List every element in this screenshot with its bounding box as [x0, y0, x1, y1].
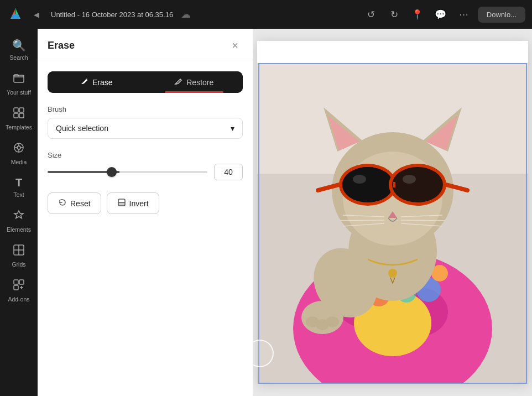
svg-rect-24 — [118, 202, 125, 206]
reset-button[interactable]: Reset — [48, 192, 101, 214]
elements-icon — [13, 209, 25, 224]
erase-panel: Erase × Erase — [38, 29, 253, 396]
erase-brush-icon — [80, 77, 89, 87]
svg-rect-20 — [14, 285, 18, 290]
icon-sidebar: 🔍 Search Your stuff — [0, 29, 38, 396]
sidebar-item-label: Your stuff — [7, 89, 31, 96]
sidebar-item-label: Text — [13, 191, 24, 198]
media-icon — [13, 142, 25, 157]
size-slider[interactable] — [48, 171, 207, 173]
main-area: 🔍 Search Your stuff — [0, 29, 532, 396]
svg-rect-4 — [14, 75, 24, 82]
app-logo — [7, 6, 24, 23]
sidebar-item-label: Media — [11, 159, 27, 165]
topbar-actions: ↺ ↻ 📍 💬 ⋯ Downlo... — [362, 5, 525, 24]
svg-rect-7 — [14, 113, 18, 118]
add-ons-icon — [13, 279, 25, 294]
sidebar-item-your-stuff[interactable]: Your stuff — [0, 66, 38, 101]
size-section: Size — [48, 151, 243, 180]
pin-button[interactable]: 📍 — [408, 5, 427, 24]
brush-section: Brush Quick selection ▾ — [48, 105, 243, 139]
svg-point-65 — [326, 316, 339, 327]
sidebar-item-label: Search — [9, 54, 28, 61]
invert-icon — [117, 198, 126, 209]
restore-label: Restore — [186, 78, 213, 87]
panel-title: Erase — [48, 40, 75, 51]
svg-line-56 — [340, 220, 384, 221]
topbar: ◀ Untitled - 16 October 2023 at 06.35.16… — [0, 0, 532, 29]
canvas-area[interactable] — [253, 29, 532, 396]
search-icon: 🔍 — [12, 39, 26, 52]
close-panel-button[interactable]: × — [227, 38, 243, 53]
text-icon: T — [15, 176, 22, 189]
svg-point-10 — [17, 146, 20, 149]
redo-button[interactable]: ↻ — [385, 5, 404, 24]
cloud-icon: ☁ — [181, 8, 191, 20]
canvas-image — [257, 63, 528, 384]
size-slider-wrap — [48, 166, 207, 178]
svg-rect-6 — [19, 108, 24, 112]
folder-icon — [13, 72, 25, 87]
action-row: Reset Invert — [48, 192, 243, 214]
undo-button[interactable]: ↺ — [362, 5, 380, 24]
svg-rect-19 — [19, 280, 24, 284]
svg-point-66 — [388, 269, 397, 278]
sidebar-item-text[interactable]: T Text — [0, 171, 38, 204]
erase-button[interactable]: Erase — [48, 71, 145, 93]
svg-point-48 — [392, 167, 443, 202]
svg-marker-3 — [11, 14, 20, 19]
sidebar-item-label: Add-ons — [8, 296, 29, 303]
invert-label: Invert — [129, 199, 149, 208]
size-row — [48, 164, 243, 180]
templates-icon — [13, 107, 25, 122]
reset-icon — [58, 198, 67, 209]
svg-point-46 — [342, 167, 393, 202]
more-button[interactable]: ⋯ — [455, 5, 473, 24]
brush-value: Quick selection — [56, 124, 108, 133]
svg-line-59 — [401, 220, 445, 221]
svg-point-53 — [403, 175, 416, 184]
sidebar-item-elements[interactable]: Elements — [0, 204, 38, 238]
svg-point-52 — [353, 175, 366, 184]
brush-label: Brush — [48, 105, 243, 113]
erase-restore-toggle: Erase Restore — [48, 71, 243, 93]
restore-brush-icon — [174, 77, 183, 87]
brush-dropdown[interactable]: Quick selection ▾ — [48, 118, 243, 139]
svg-rect-18 — [14, 280, 18, 284]
sidebar-item-templates[interactable]: Templates — [0, 101, 38, 136]
grids-icon — [13, 244, 25, 259]
panel-header: Erase × — [38, 29, 253, 60]
reset-label: Reset — [70, 199, 91, 208]
canvas-inner — [257, 41, 528, 384]
sidebar-item-search[interactable]: 🔍 Search — [0, 33, 38, 66]
sidebar-item-grids[interactable]: Grids — [0, 238, 38, 273]
invert-button[interactable]: Invert — [107, 192, 159, 214]
sidebar-item-media[interactable]: Media — [0, 136, 38, 171]
back-button[interactable]: ◀ — [29, 7, 44, 22]
panel-body: Erase Restore Brush Quick selection ▾ — [38, 60, 253, 225]
erase-label: Erase — [92, 78, 113, 87]
svg-rect-49 — [393, 182, 395, 187]
document-title: Untitled - 16 October 2023 at 06.35.16 — [51, 11, 173, 19]
sidebar-item-label: Elements — [7, 226, 31, 233]
sidebar-item-add-ons[interactable]: Add-ons — [0, 273, 38, 308]
restore-button[interactable]: Restore — [145, 71, 243, 93]
download-button[interactable]: Downlo... — [478, 7, 525, 23]
size-label: Size — [48, 151, 243, 159]
svg-rect-8 — [19, 113, 24, 118]
svg-rect-5 — [14, 108, 18, 112]
sidebar-item-label: Templates — [6, 124, 32, 131]
size-input[interactable] — [214, 164, 243, 180]
comment-button[interactable]: 💬 — [431, 5, 450, 24]
chevron-down-icon: ▾ — [231, 124, 234, 133]
sidebar-item-label: Grids — [12, 261, 25, 268]
